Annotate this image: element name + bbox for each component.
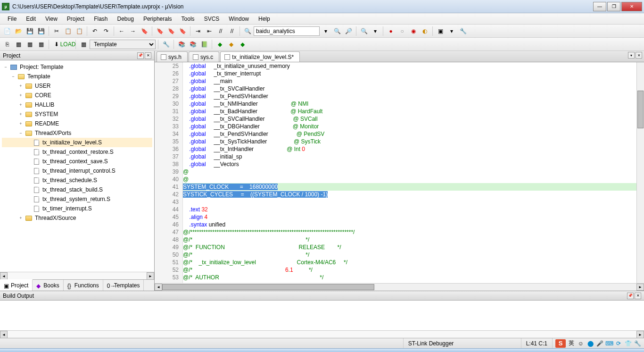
tray-icon[interactable]: ⌨	[605, 340, 613, 347]
menu-debug[interactable]: Debug	[113, 14, 139, 24]
manage2-icon[interactable]: 📚	[188, 39, 198, 50]
ime-icon[interactable]: S	[555, 339, 566, 348]
tab-project[interactable]: ▣Project	[0, 279, 33, 291]
pack-icon[interactable]: ◆	[215, 39, 225, 50]
save-all-icon[interactable]: 💾	[36, 26, 46, 36]
open-icon[interactable]: 📂	[13, 26, 24, 36]
menu-edit[interactable]: Edit	[21, 14, 41, 24]
tree-group-ports[interactable]: −ThreadX/Ports	[2, 128, 152, 138]
breakpoint-disable-icon[interactable]: ○	[397, 26, 407, 36]
new-icon[interactable]: 📄	[2, 26, 12, 36]
outdent-icon[interactable]: ⇤	[204, 26, 215, 36]
tray-icon[interactable]: 🔧	[634, 340, 641, 347]
tree-file[interactable]: tx_thread_context_restore.S	[2, 147, 152, 157]
tree-file[interactable]: tx_thread_interrupt_control.S	[2, 166, 152, 176]
lang-icon[interactable]: 英	[568, 340, 575, 347]
tree-file[interactable]: tx_thread_system_return.S	[2, 194, 152, 204]
download-icon[interactable]: LOAD	[63, 39, 73, 50]
panel-pin-icon[interactable]: 📌	[627, 293, 634, 299]
options-icon[interactable]: 🔧	[161, 39, 171, 50]
panel-pin-icon[interactable]: 📌	[137, 52, 144, 59]
editor-hscroll[interactable]: ◄►	[155, 283, 644, 291]
tree-file[interactable]: tx_timer_interrupt.S	[2, 204, 152, 213]
translate-icon[interactable]: ⎘	[2, 39, 12, 50]
debug-icon[interactable]: 🔍	[359, 26, 369, 36]
bookmark-next-icon[interactable]: 🔖	[166, 26, 176, 36]
output-hscroll[interactable]: ◄►	[0, 330, 644, 338]
indent-icon[interactable]: ⇥	[193, 26, 203, 36]
manage-icon[interactable]: 📚	[176, 39, 187, 50]
tree-file[interactable]: tx_initialize_low_level.S	[2, 138, 152, 147]
vertical-scrollbar[interactable]	[636, 62, 644, 283]
sidebar-hscroll[interactable]: ◄►	[0, 272, 154, 279]
tree-group-user[interactable]: +USER	[2, 81, 152, 91]
bookmark-clear-icon[interactable]: 🔖	[177, 26, 188, 36]
save-icon[interactable]: 💾	[25, 26, 35, 36]
menu-help[interactable]: Help	[254, 14, 275, 24]
menu-window[interactable]: Window	[224, 14, 254, 24]
menu-flash[interactable]: Flash	[89, 14, 112, 24]
editor-tab[interactable]: sys.h	[157, 51, 188, 62]
windows-taskbar[interactable]	[0, 348, 644, 352]
tree-group-hallib[interactable]: +HALLIB	[2, 100, 152, 109]
menu-file[interactable]: File	[3, 14, 21, 24]
code-editor[interactable]: .global _tx_initialize_unused_memory .gl…	[183, 62, 636, 283]
editor-tab-active[interactable]: tx_initialize_low_level.S*	[220, 51, 300, 62]
pack2-icon[interactable]: ◆	[226, 39, 236, 50]
tree-target[interactable]: −Template	[2, 72, 152, 81]
copy-icon[interactable]: 📋	[63, 26, 73, 36]
bookmark-prev-icon[interactable]: 🔖	[155, 26, 165, 36]
tree-group-source[interactable]: +ThreadX/Source	[2, 213, 152, 223]
batch-build-icon[interactable]: ▦	[36, 39, 46, 50]
tree-group-system[interactable]: +SYSTEM	[2, 109, 152, 119]
incremental-find-icon[interactable]: 🔎	[343, 26, 354, 36]
comment-icon[interactable]: //	[215, 26, 226, 36]
search-input[interactable]	[254, 26, 320, 36]
uncomment-icon[interactable]: //	[227, 26, 237, 36]
redo-icon[interactable]: ↷	[101, 26, 111, 36]
tree-file[interactable]: tx_thread_schedule.S	[2, 176, 152, 185]
paste-icon[interactable]: 📋	[74, 26, 84, 36]
build-icon[interactable]: ▦	[13, 39, 24, 50]
find-next-icon[interactable]: 🔍	[332, 26, 342, 36]
output-text[interactable]	[0, 301, 644, 330]
minimize-button[interactable]: —	[593, 2, 606, 11]
breakpoint-icon[interactable]: ●	[386, 26, 396, 36]
panel-close-icon[interactable]: ✕	[145, 52, 151, 59]
breakpoint-enable-icon[interactable]: ◉	[408, 26, 419, 36]
dropdown2-icon[interactable]: ▾	[370, 26, 380, 36]
config-icon[interactable]: 🔧	[458, 26, 468, 36]
tab-functions[interactable]: {}Functions	[64, 280, 103, 291]
tab-close-icon[interactable]: ✕	[636, 52, 642, 59]
tray-icon[interactable]: 🎤	[596, 340, 603, 347]
close-button[interactable]: ✕	[621, 2, 642, 11]
tab-menu-icon[interactable]: ▾	[628, 52, 635, 59]
project-tree[interactable]: −Project: Template −Template +USER +CORE…	[0, 60, 154, 272]
tree-root[interactable]: −Project: Template	[2, 62, 152, 72]
nav-fwd-icon[interactable]: →	[128, 26, 138, 36]
tree-group-readme[interactable]: +README	[2, 119, 152, 128]
target-icon[interactable]: ▦	[78, 39, 89, 50]
manage3-icon[interactable]: 📗	[199, 39, 209, 50]
tray-icon[interactable]: ⟳	[615, 340, 622, 347]
maximize-button[interactable]: ❐	[607, 2, 620, 11]
tab-books[interactable]: ◆Books	[33, 280, 63, 291]
tray-icon[interactable]: ⬤	[586, 340, 594, 347]
tray-icon[interactable]: 👕	[624, 340, 632, 347]
pack3-icon[interactable]: ◆	[237, 39, 248, 50]
rebuild-icon[interactable]: ▦	[25, 39, 35, 50]
tray-icon[interactable]: ☺	[577, 340, 585, 347]
undo-icon[interactable]: ↶	[90, 26, 100, 36]
menu-view[interactable]: View	[41, 14, 62, 24]
breakpoint-kill-icon[interactable]: ◐	[420, 26, 430, 36]
menu-peripherals[interactable]: Peripherals	[139, 14, 177, 24]
find-icon[interactable]: 🔍	[242, 26, 253, 36]
menu-svcs[interactable]: SVCS	[199, 14, 224, 24]
menu-project[interactable]: Project	[62, 14, 89, 24]
panel-close-icon[interactable]: ✕	[635, 293, 641, 299]
target-combo[interactable]: Template	[90, 40, 156, 49]
tree-file[interactable]: tx_thread_stack_build.S	[2, 185, 152, 194]
cut-icon[interactable]: ✂	[51, 26, 62, 36]
window-icon[interactable]: ▣	[435, 26, 446, 36]
menu-tools[interactable]: Tools	[177, 14, 199, 24]
